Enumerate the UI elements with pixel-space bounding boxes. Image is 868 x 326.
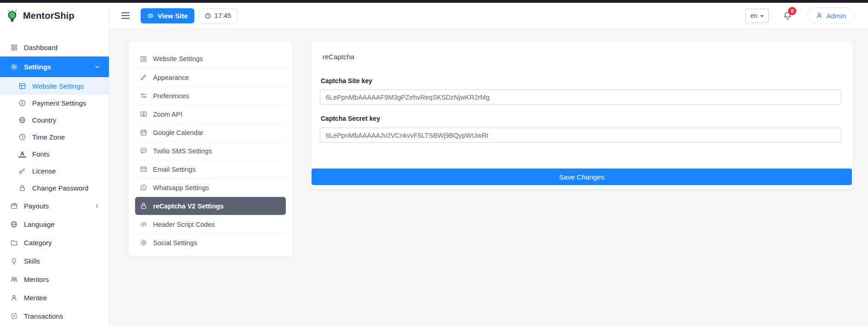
captcha-secret-key-label: Captcha Secret key [321, 115, 380, 122]
sidebar-item-license[interactable]: License [0, 163, 109, 180]
clock-icon [18, 133, 26, 141]
sidebar-item-mentors[interactable]: Mentors [0, 270, 109, 288]
sidebar-item-label: Website Settings [32, 82, 84, 90]
sidebar-item-label: Skills [24, 257, 40, 265]
menu-item-appearance[interactable]: Appearance [135, 68, 286, 86]
captcha-secret-key-input[interactable] [320, 128, 841, 143]
sidebar-item-fonts[interactable]: A Fonts [0, 146, 109, 163]
sidebar-item-label: Payment Settings [32, 99, 86, 107]
menu-item-preferences[interactable]: Preferences [135, 86, 286, 105]
menu-item-twilio-sms-settings[interactable]: Twilio SMS Settings [135, 141, 286, 160]
layout-icon [18, 82, 26, 90]
menu-item-label: Preferences [153, 92, 189, 100]
key-icon [18, 167, 26, 175]
wallet-icon [10, 202, 18, 210]
sidebar-item-website-settings[interactable]: Website Settings [0, 77, 109, 95]
time-display[interactable]: 17:45 [199, 8, 237, 23]
sidebar-item-label: Fonts [32, 150, 50, 158]
notifications-button[interactable]: 0 [783, 11, 793, 21]
save-changes-button[interactable]: Save Changes [312, 169, 852, 185]
menu-item-website-settings[interactable]: Website Settings [135, 50, 286, 68]
code-icon [140, 220, 148, 228]
sidebar-item-settings[interactable]: Settings [0, 56, 109, 77]
brand[interactable]: MentorShip [0, 3, 109, 29]
brand-name: MentorShip [23, 11, 74, 21]
sidebar-item-label: Country [32, 116, 57, 124]
sidebar-item-country[interactable]: Country [0, 112, 109, 129]
menu-item-label: Twilio SMS Settings [153, 147, 212, 155]
svg-text:$: $ [21, 101, 23, 105]
sidebar-item-label: Language [24, 220, 55, 228]
lock-icon [18, 184, 26, 192]
menu-item-email-settings[interactable]: Email Settings [135, 160, 286, 178]
menu-item-label: Appearance [153, 74, 189, 81]
folder-icon [10, 239, 18, 247]
language-value: en [750, 12, 758, 19]
pen-icon [140, 73, 148, 81]
sidebar-item-label: Payouts [24, 202, 49, 210]
gear-icon [10, 63, 18, 71]
lock-icon [140, 202, 148, 210]
transactions-icon: $ [10, 312, 18, 320]
captcha-site-key-input[interactable] [320, 90, 841, 105]
person-icon [816, 12, 823, 19]
hamburger-icon[interactable] [121, 12, 130, 19]
gear-icon [140, 239, 148, 247]
menu-item-header-script-codes[interactable]: Header Script Codes [135, 215, 286, 233]
person-icon [10, 294, 18, 302]
settings-menu-card: Website Settings Appearance Preferences … [129, 41, 292, 256]
menu-item-social-settings[interactable]: Social Settings [135, 233, 286, 252]
sidebar-item-label: Settings [24, 63, 51, 71]
sliders-icon [140, 92, 148, 100]
globe-icon [18, 116, 26, 124]
sidebar-item-label: Dashboard [24, 44, 57, 51]
sidebar-item-payment-settings[interactable]: $ Payment Settings [0, 95, 109, 112]
sidebar-item-label: Time Zone [32, 133, 65, 141]
eye-icon [147, 12, 154, 19]
whatsapp-icon [140, 184, 148, 191]
sidebar-item-skills[interactable]: Skills [0, 252, 109, 270]
menu-item-recaptcha-v2-settings[interactable]: reCaptcha V2 Settings [135, 197, 286, 215]
layout-icon [140, 55, 148, 63]
admin-user-button[interactable]: Admin [807, 7, 854, 24]
sidebar-item-time-zone[interactable]: Time Zone [0, 129, 109, 146]
view-site-button[interactable]: View Site [141, 8, 194, 23]
menu-item-label: Email Settings [153, 166, 196, 173]
chevron-left-icon [94, 202, 101, 209]
menu-item-label: Header Script Codes [153, 221, 215, 228]
mail-icon [140, 165, 148, 173]
chevron-down-icon [94, 63, 101, 70]
topbar: View Site 17:45 en 0 Admin [109, 3, 868, 29]
recaptcha-settings-panel: reCaptcha Captcha Site key Captcha Secre… [312, 41, 853, 189]
lightbulb-logo-icon [6, 9, 18, 23]
sidebar-item-change-password[interactable]: Change Password [0, 180, 109, 197]
menu-item-label: Zoom API [153, 111, 182, 118]
globe-icon [10, 220, 18, 228]
sidebar-item-transactions[interactable]: $ Transactions [0, 307, 109, 325]
language-select[interactable]: en [745, 9, 769, 23]
sidebar-item-mentee[interactable]: Mentee [0, 288, 109, 307]
calendar-icon [140, 129, 148, 136]
sidebar-item-label: Category [24, 239, 52, 247]
sidebar-item-label: Mentee [24, 294, 47, 302]
menu-item-whatsapp-settings[interactable]: Whatsapp Settings [135, 178, 286, 197]
menu-item-label: Social Settings [153, 239, 197, 247]
menu-item-google-calendar[interactable]: Google Calendar [135, 123, 286, 141]
video-person-icon [140, 110, 148, 118]
sidebar-item-label: Mentors [24, 275, 49, 283]
sidebar-item-dashboard[interactable]: Dashboard [0, 38, 109, 56]
sidebar-item-language[interactable]: Language [0, 215, 109, 233]
menu-item-zoom-api[interactable]: Zoom API [135, 105, 286, 123]
sidebar-item-payouts[interactable]: Payouts [0, 197, 109, 215]
sidebar-item-category[interactable]: Category [0, 233, 109, 252]
content-area: Website Settings Appearance Preferences … [109, 29, 868, 326]
font-icon: A [18, 151, 26, 157]
lightbulb-icon [10, 257, 18, 265]
dollar-circle-icon: $ [18, 99, 26, 107]
sidebar-item-label: Change Password [32, 184, 89, 192]
menu-item-label: Whatsapp Settings [153, 184, 209, 191]
time-value: 17:45 [215, 12, 231, 19]
menu-item-label: Website Settings [153, 55, 203, 62]
menu-item-label: reCaptcha V2 Settings [153, 202, 224, 210]
clock-icon [204, 12, 211, 19]
